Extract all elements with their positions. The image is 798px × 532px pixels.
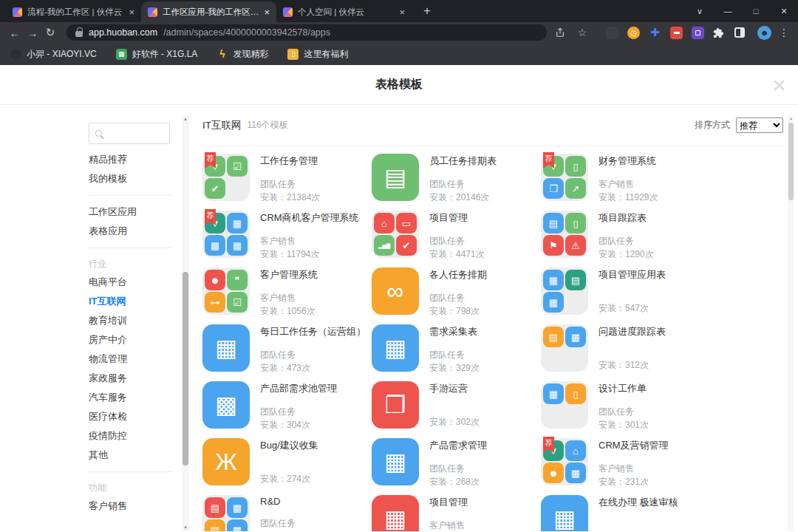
sidebar-item-0[interactable]: 精品推荐 — [89, 150, 171, 169]
template-card[interactable]: ▤▦问题进度跟踪表安装：312次 — [541, 324, 710, 372]
clock-extension-icon[interactable]: ◷ — [627, 27, 640, 39]
profile-avatar[interactable]: ☻ — [757, 26, 771, 40]
browser-tab[interactable]: 工作区应用-我的工作区 | 伙伴云× — [141, 1, 276, 22]
template-card[interactable]: ▩产品部需求池管理团队任务安装：304次 — [202, 381, 372, 429]
template-meta: 项目管理团队任务安装：4471次 — [429, 211, 485, 258]
browser-tab[interactable]: 流程-我的工作区 | 伙伴云× — [6, 1, 141, 22]
scrollbar-thumb[interactable] — [183, 272, 188, 466]
tab-close-icon[interactable]: × — [399, 7, 405, 18]
bookmark-item[interactable]: ϟ发现精彩 — [216, 48, 268, 61]
tab-close-icon[interactable]: × — [129, 7, 134, 18]
template-card[interactable]: ▦产品需求管理团队任务安装：268次 — [372, 438, 541, 485]
template-card[interactable]: ❐手游运营安装：302次 — [372, 381, 541, 429]
huoban-logo-icon — [13, 7, 22, 17]
bookmark-item[interactable]: ▯这里有福利 — [287, 48, 348, 61]
template-card[interactable]: ▦▤▦项目管理应用表安装：547次 — [541, 267, 710, 315]
scrollbar-thumb[interactable] — [788, 123, 794, 200]
table-icon: ▦ — [205, 235, 225, 256]
tab-title: 工作区应用-我的工作区 | 伙伴云 — [163, 7, 259, 18]
lightning-yellow-icon: ϟ — [216, 49, 228, 60]
sidebar-item-8[interactable]: 疫情防控 — [89, 426, 171, 446]
template-card[interactable]: ▼☑✔荐工作任务管理团队任务安装：21384次 — [202, 154, 372, 201]
template-card[interactable]: ▦▯设计工作单团队任务安装：301次 — [541, 381, 710, 429]
template-meta: 产品部需求池管理团队任务安装：304次 — [260, 381, 337, 429]
template-card[interactable]: ▦每日工作任务（运营组）团队任务安装：473次 — [202, 324, 372, 372]
template-card[interactable]: ☻❞⊶☑客户管理系统客户销售安装：1056次 — [202, 267, 372, 315]
cat-extension-icon[interactable] — [606, 27, 618, 39]
modal-close-icon[interactable]: × — [772, 68, 786, 102]
side-panel-icon[interactable] — [731, 24, 748, 41]
template-card[interactable]: ▤▯⚑⚠项目跟踪表团队任务安装：1290次 — [541, 211, 710, 258]
template-title: 客户管理系统 — [260, 268, 318, 282]
template-installs: 安装：304次 — [260, 419, 337, 429]
sidebar-item-1[interactable]: 表格应用 — [89, 222, 171, 241]
table-icon: ▦ — [384, 507, 406, 531]
sidebar-item-1[interactable]: 我的模板 — [89, 169, 171, 188]
tab-close-icon[interactable]: × — [264, 7, 270, 18]
template-card[interactable]: ▼⌂☻▦荐CRM及营销管理客户销售安装：231次 — [541, 438, 710, 485]
template-category: 团队任务 — [260, 349, 366, 360]
sidebar-item-4[interactable]: 物流管理 — [89, 349, 171, 369]
modal-header: 表格模板 × — [0, 65, 798, 105]
minimize-icon[interactable]: — — [714, 0, 742, 22]
template-title: 产品需求管理 — [429, 439, 487, 452]
template-card[interactable]: ⌂▭▂▅▇✔项目管理团队任务安装：4471次 — [372, 211, 541, 258]
reload-icon[interactable]: ↻ — [41, 24, 59, 41]
template-installs: 安装：302次 — [429, 416, 480, 429]
close-icon[interactable]: ✕ — [770, 0, 798, 22]
sidebar-item-3[interactable]: 房产中介 — [89, 330, 171, 349]
new-tab-button[interactable]: + — [417, 1, 437, 21]
browser-menu-icon[interactable]: ⋮ — [779, 27, 789, 38]
plus-extension-icon[interactable]: ✚ — [649, 27, 661, 39]
forward-icon[interactable]: → — [24, 24, 41, 41]
search-box[interactable] — [89, 123, 170, 144]
tab-search-chevron-icon[interactable]: ∨ — [686, 0, 714, 22]
puzzle-extensions-icon[interactable] — [709, 24, 726, 41]
template-installs: 安装：4471次 — [429, 248, 485, 258]
template-card[interactable]: ▼▯❐↗荐财务管理系统客户销售安装：11929次 — [541, 154, 710, 201]
sidebar-item-1[interactable]: IT互联网 — [89, 292, 171, 311]
scroll-up-icon[interactable]: ▲ — [788, 116, 794, 120]
sidebar-item-2[interactable]: 教育培训 — [89, 311, 171, 330]
maximize-icon[interactable]: □ — [742, 0, 770, 22]
template-card[interactable]: ЖBug/建议收集安装：274次 — [202, 438, 372, 485]
section-header: IT互联网 116个模板 排序方式 推荐 — [202, 105, 783, 146]
template-card[interactable]: ▼▦▦▦荐CRM商机客户管理系统客户销售安装：11794次 — [202, 211, 372, 258]
template-category: 团队任务 — [260, 406, 337, 417]
share-icon[interactable] — [551, 24, 569, 41]
huoban-logo-icon — [283, 7, 293, 17]
sidebar-item-0[interactable]: 工作区应用 — [89, 202, 171, 222]
search-input[interactable] — [107, 129, 159, 139]
sidebar-item-0[interactable]: 电商平台 — [89, 273, 171, 292]
toolbox-extension-icon[interactable] — [670, 27, 683, 39]
scroll-down-icon[interactable]: ▼ — [182, 525, 189, 530]
template-card[interactable]: ▤员工任务排期表团队任务安装：20146次 — [372, 154, 541, 201]
purple-box-extension-icon[interactable] — [692, 27, 704, 39]
template-title: CRM及营销管理 — [598, 439, 669, 452]
bookmark-star-icon[interactable]: ☆ — [573, 24, 591, 41]
calendar-icon: ▤ — [205, 497, 225, 518]
sidebar-item-7[interactable]: 医疗体检 — [89, 407, 171, 426]
template-card[interactable]: ▦在线办理 极速审核 — [541, 495, 710, 531]
sidebar-item-6[interactable]: 汽车服务 — [89, 388, 171, 407]
sidebar-item-9[interactable]: 其他 — [89, 446, 171, 465]
people-icon: ☻ — [205, 270, 225, 290]
sort-select[interactable]: 推荐 — [736, 117, 783, 133]
sidebar-scrollbar[interactable]: ▲ ▼ — [182, 115, 189, 531]
template-category — [598, 292, 666, 300]
template-card[interactable]: ▦需求采集表团队任务安装：329次 — [372, 324, 541, 372]
list-scrollbar[interactable]: ▲ — [788, 115, 794, 531]
browser-tab[interactable]: 个人空间 | 伙伴云× — [276, 1, 412, 22]
back-icon[interactable]: ← — [6, 24, 24, 41]
template-card[interactable]: ∞各人任务排期团队任务安装：798次 — [372, 267, 541, 315]
bookmark-item[interactable]: ▦好软件 - X1G.LA — [116, 48, 198, 61]
template-card[interactable]: ▤▦▤▦R&D团队任务 — [202, 495, 372, 531]
address-bar[interactable]: app.huoban.com/admin/spaces/400000000394… — [66, 24, 547, 41]
table-icon: ▦ — [543, 383, 564, 404]
scroll-up-icon[interactable]: ▲ — [182, 117, 189, 121]
bookmark-item[interactable]: 小羿 - XIAOYI.VC — [10, 48, 97, 61]
sidebar-item-0[interactable]: 客户销售 — [89, 497, 171, 516]
sidebar-item-5[interactable]: 家政服务 — [89, 369, 171, 388]
template-installs: 安装：547次 — [598, 302, 666, 315]
template-card[interactable]: ▦项目管理客户销售 — [372, 495, 541, 531]
